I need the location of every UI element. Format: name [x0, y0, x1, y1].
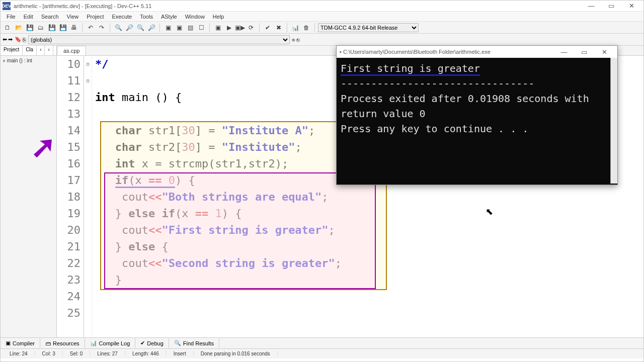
console-minimize-button[interactable]: —: [554, 47, 574, 57]
menu-file[interactable]: File: [3, 14, 20, 20]
save2-icon[interactable]: 💾: [47, 23, 57, 33]
bottom-tab-resources[interactable]: 🗃 Resources: [40, 339, 85, 348]
line-numbers: 10111213141516171819202122232425: [57, 56, 84, 337]
redo-icon[interactable]: ↷: [97, 23, 107, 33]
tb-extra1-icon[interactable]: ▣: [163, 23, 173, 33]
bookmark-icon[interactable]: 🔖: [15, 36, 22, 43]
titlebar: DEV arithmetic - [arithmetic.dev] - [Exe…: [1, 1, 643, 12]
status-insert: Insert: [167, 351, 194, 356]
toolbar-main: 🗋 📂 💾 🗂 💾 💾 🖶 ↶ ↷ 🔍 🔎 🔍 🔎 ▣ ▣ ▤ ☐ ▣ ▶ ▣▶…: [1, 22, 643, 34]
status-lines: Lines: 27: [90, 351, 125, 356]
bottom-tabs: ▣ Compiler 🗃 Resources 📊 Compile Log ✔ D…: [1, 337, 643, 348]
console-dashes: --------------------------------: [341, 76, 613, 91]
console-line1: First string is greater: [341, 62, 480, 76]
save-icon[interactable]: 💾: [25, 23, 35, 33]
replace-icon[interactable]: 🔎: [124, 23, 134, 33]
sidebar: Project Cla ‹ › main () : int: [1, 46, 57, 337]
bottom-tab-compilelog[interactable]: 📊 Compile Log: [85, 338, 136, 348]
console-title: C:\Users\smarty\Documents\Bluetooth Fold…: [343, 49, 491, 55]
tab-nav-left[interactable]: ‹: [37, 46, 45, 55]
menu-help[interactable]: Help: [209, 14, 228, 20]
bottom-tab-compiler[interactable]: ▣ Compiler: [1, 338, 40, 348]
status-parse: Done parsing in 0.016 seconds: [194, 351, 278, 356]
find-icon[interactable]: 🔍: [113, 23, 123, 33]
sidebar-tabs: Project Cla ‹ ›: [1, 46, 56, 56]
window-title: arithmetic - [arithmetic.dev] - [Executi…: [14, 3, 152, 9]
bottom-tab-findresults[interactable]: 🔍 Find Results: [169, 338, 219, 348]
tree-item-main[interactable]: main () : int: [3, 58, 54, 63]
statusbar: Line: 24 Col: 3 Sel: 0 Lines: 27 Length:…: [1, 348, 643, 358]
console-line3: Press any key to continue . . .: [341, 121, 613, 136]
tab-project[interactable]: Project: [1, 46, 23, 55]
toolbar-secondary: ⬅ ➡ 🔖 ⎘ (globals) ⎆ ⎋: [1, 34, 643, 46]
menu-view[interactable]: View: [63, 14, 83, 20]
tb-extra3-icon[interactable]: ▤: [185, 23, 195, 33]
tb-extra2-icon[interactable]: ▣: [174, 23, 184, 33]
print-icon[interactable]: 🖶: [69, 23, 79, 33]
rebuild-icon[interactable]: ⟳: [246, 23, 256, 33]
tab-nav-right[interactable]: ›: [45, 46, 53, 55]
status-line: Line: 24: [3, 351, 35, 356]
fold-column[interactable]: ⊟⊟: [84, 56, 92, 337]
menu-window[interactable]: Window: [181, 14, 209, 20]
debug-icon[interactable]: ✔: [263, 23, 273, 33]
dbg-step2-icon[interactable]: ⎋: [296, 37, 300, 43]
editor-tab-as[interactable]: as.cpp: [57, 46, 86, 55]
app-icon: DEV: [3, 2, 11, 10]
menu-astyle[interactable]: AStyle: [157, 14, 181, 20]
dbg-step1-icon[interactable]: ⎆: [292, 37, 295, 43]
open-icon[interactable]: 📂: [14, 23, 24, 33]
compilerun-icon[interactable]: ▣▶: [235, 23, 245, 33]
menu-tools[interactable]: Tools: [136, 14, 157, 20]
profile-icon[interactable]: 📊: [290, 23, 300, 33]
menubar: File Edit Search View Project Execute To…: [1, 12, 643, 22]
console-maximize-button[interactable]: ▭: [574, 47, 594, 57]
console-titlebar[interactable]: ▪ C:\Users\smarty\Documents\Bluetooth Fo…: [337, 46, 617, 58]
minimize-button[interactable]: —: [581, 1, 601, 11]
console-icon: ▪: [340, 49, 342, 55]
tab-classes[interactable]: Cla: [23, 46, 37, 55]
forward-icon[interactable]: ➡: [8, 36, 13, 43]
console-window: ▪ C:\Users\smarty\Documents\Bluetooth Fo…: [336, 45, 618, 185]
console-scrollbar[interactable]: [610, 58, 617, 184]
status-length: Length: 446: [125, 351, 167, 356]
bottom-tab-debug[interactable]: ✔ Debug: [135, 338, 169, 348]
findnext-icon[interactable]: 🔎: [146, 23, 156, 33]
stop-icon[interactable]: ✖: [274, 23, 284, 33]
status-sel: Sel: 0: [63, 351, 91, 356]
menu-project[interactable]: Project: [83, 14, 108, 20]
tb-extra4-icon[interactable]: ☐: [196, 23, 206, 33]
compiler-select[interactable]: TDM-GCC 4.9.2 64-bit Release: [318, 23, 419, 32]
back-icon[interactable]: ⬅: [3, 36, 7, 43]
maximize-button[interactable]: ▭: [601, 1, 621, 11]
globals-select[interactable]: (globals): [28, 35, 290, 44]
console-output[interactable]: First string is greater ----------------…: [337, 58, 617, 184]
menu-search[interactable]: Search: [37, 14, 63, 20]
saveall-icon[interactable]: 🗂: [36, 23, 46, 33]
console-close-button[interactable]: ✕: [594, 47, 614, 57]
save3-icon[interactable]: 💾: [58, 23, 68, 33]
menu-edit[interactable]: Edit: [20, 14, 37, 20]
compile-icon[interactable]: ▣: [213, 23, 223, 33]
goto-icon[interactable]: ⎘: [23, 37, 26, 43]
undo-icon[interactable]: ↶: [86, 23, 96, 33]
new-icon[interactable]: 🗋: [3, 23, 13, 33]
delete-icon[interactable]: 🗑: [301, 23, 311, 33]
run-icon[interactable]: ▶: [224, 23, 234, 33]
status-col: Col: 3: [35, 351, 63, 356]
menu-execute[interactable]: Execute: [108, 14, 136, 20]
close-button[interactable]: ✕: [621, 1, 641, 11]
console-line2: Process exited after 0.01908 seconds wit…: [341, 91, 613, 121]
findfiles-icon[interactable]: 🔍: [135, 23, 145, 33]
